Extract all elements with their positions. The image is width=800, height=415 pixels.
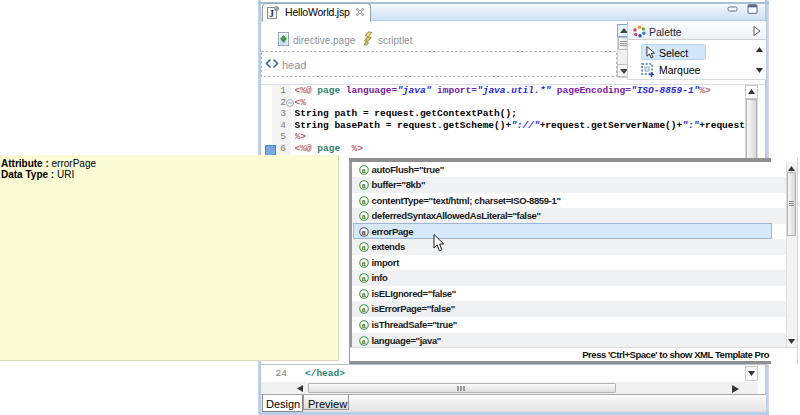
svg-text:a: a bbox=[361, 182, 365, 189]
svg-text:a: a bbox=[361, 259, 365, 266]
svg-text:a: a bbox=[361, 197, 365, 204]
svg-text:a: a bbox=[361, 290, 365, 297]
svg-text:a: a bbox=[361, 228, 365, 235]
svg-text:a: a bbox=[361, 213, 365, 220]
svg-text:J: J bbox=[269, 8, 274, 19]
svg-text:a: a bbox=[361, 322, 365, 329]
svg-text:a: a bbox=[361, 337, 365, 344]
svg-text:a: a bbox=[361, 166, 365, 173]
svg-text:a: a bbox=[361, 244, 365, 251]
svg-text:a: a bbox=[361, 306, 365, 313]
svg-text:a: a bbox=[361, 275, 365, 282]
